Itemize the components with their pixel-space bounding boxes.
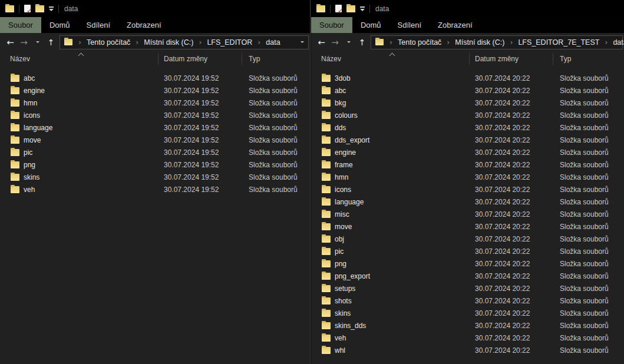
file-type: Složka souborů: [553, 247, 624, 256]
file-row[interactable]: engine 30.07.2024 20:22 Složka souborů: [311, 146, 624, 158]
back-icon[interactable]: ←: [315, 35, 328, 49]
file-row[interactable]: pic 30.07.2024 20:22 Složka souborů: [311, 245, 624, 257]
file-row[interactable]: pic 30.07.2024 19:52 Složka souborů: [0, 146, 310, 158]
breadcrumb-item[interactable]: data: [599, 38, 624, 47]
chevron-down-icon[interactable]: [301, 41, 304, 43]
breadcrumb-item[interactable]: LFS_EDITOR: [193, 38, 252, 47]
column-header-date[interactable]: Datum změny: [469, 55, 553, 63]
back-icon[interactable]: ←: [4, 35, 17, 49]
tab-soubor[interactable]: Soubor: [311, 17, 352, 33]
folder-icon: [11, 75, 19, 82]
file-row[interactable]: hmn 30.07.2024 19:52 Složka souborů: [0, 97, 310, 109]
folder-icon: [322, 223, 331, 230]
file-row[interactable]: png 30.07.2024 20:22 Složka souborů: [311, 257, 624, 270]
file-row[interactable]: png 30.07.2024 19:52 Složka souborů: [0, 158, 310, 171]
column-header-type[interactable]: Typ: [553, 55, 624, 63]
breadcrumb-item[interactable]: Místní disk (C:): [441, 38, 504, 47]
tab-domu[interactable]: Domů: [41, 17, 78, 33]
properties-check-icon[interactable]: [24, 5, 31, 12]
file-row[interactable]: dds 30.07.2024 20:22 Složka souborů: [311, 121, 624, 134]
file-date: 30.07.2024 20:22: [469, 124, 553, 132]
breadcrumb-item[interactable]: Tento počítač: [73, 38, 130, 47]
breadcrumb-item[interactable]: Tento počítač: [384, 38, 441, 47]
folder-icon: [322, 335, 331, 342]
file-row[interactable]: move 30.07.2024 19:52 Složka souborů: [0, 134, 310, 146]
file-row[interactable]: bkg 30.07.2024 20:22 Složka souborů: [311, 97, 624, 109]
file-row[interactable]: png_export 30.07.2024 20:22 Složka soubo…: [311, 270, 624, 282]
file-list[interactable]: abc 30.07.2024 19:52 Složka souborů engi…: [0, 67, 310, 196]
folder-icon: [5, 5, 14, 12]
column-headers: Název Datum změny Typ: [311, 51, 624, 67]
folder-icon: [322, 211, 331, 218]
file-row[interactable]: icons 30.07.2024 19:52 Složka souborů: [0, 109, 310, 121]
tab-sdileni[interactable]: Sdílení: [78, 17, 118, 33]
up-icon[interactable]: ↑: [355, 35, 369, 49]
file-name: skins: [335, 309, 351, 317]
file-row[interactable]: misc 30.07.2024 20:22 Složka souborů: [311, 208, 624, 220]
breadcrumb-item[interactable]: Místní disk (C:): [130, 38, 193, 47]
column-header-date[interactable]: Datum změny: [158, 55, 242, 63]
address-box[interactable]: Tento počítač Místní disk (C:) LFS_EDITO…: [60, 35, 309, 49]
breadcrumb-item[interactable]: LFS_EDITOR_7E_TEST: [504, 38, 599, 47]
file-row[interactable]: whl 30.07.2024 20:22 Složka souborů: [311, 344, 624, 356]
file-row[interactable]: abc 30.07.2024 20:22 Složka souborů: [311, 84, 624, 97]
file-row[interactable]: engine 30.07.2024 19:52 Složka souborů: [0, 84, 310, 97]
folder-icon: [322, 174, 331, 181]
breadcrumb-item[interactable]: data: [252, 38, 280, 47]
customize-quick-access-icon[interactable]: [360, 6, 365, 11]
tab-zobrazeni[interactable]: Zobrazení: [430, 17, 481, 33]
tab-domu[interactable]: Domů: [352, 17, 389, 33]
folder-icon: [11, 87, 19, 94]
file-row[interactable]: abc 30.07.2024 19:52 Složka souborů: [0, 72, 310, 84]
file-row[interactable]: language 30.07.2024 19:52 Složka souborů: [0, 121, 310, 134]
file-type: Složka souborů: [553, 334, 624, 342]
file-row[interactable]: skins 30.07.2024 20:22 Složka souborů: [311, 307, 624, 319]
folder-icon: [322, 347, 331, 354]
folder-icon[interactable]: [346, 5, 355, 12]
forward-icon[interactable]: →: [328, 35, 342, 49]
file-type: Složka souborů: [553, 198, 624, 206]
file-row[interactable]: move 30.07.2024 20:22 Složka souborů: [311, 220, 624, 233]
file-name: move: [335, 223, 352, 231]
file-row[interactable]: 3dob 30.07.2024 20:22 Složka souborů: [311, 72, 624, 84]
file-date: 30.07.2024 20:22: [469, 346, 553, 355]
file-type: Složka souborů: [242, 186, 310, 194]
recent-locations-chevron-icon[interactable]: [342, 35, 355, 49]
customize-quick-access-icon[interactable]: [49, 6, 54, 11]
forward-icon[interactable]: →: [17, 35, 31, 49]
file-row[interactable]: obj 30.07.2024 20:22 Složka souborů: [311, 233, 624, 245]
file-name: engine: [335, 148, 356, 157]
titlebar-divider: [330, 5, 331, 13]
column-header-type[interactable]: Typ: [242, 55, 310, 63]
file-date: 30.07.2024 19:52: [158, 74, 242, 82]
recent-locations-chevron-icon[interactable]: [31, 35, 44, 49]
file-date: 30.07.2024 20:22: [469, 223, 553, 231]
file-name: png_export: [335, 272, 370, 280]
file-list[interactable]: 3dob 30.07.2024 20:22 Složka souborů abc…: [311, 67, 624, 356]
file-row[interactable]: dds_export 30.07.2024 20:22 Složka soubo…: [311, 134, 624, 146]
file-row[interactable]: icons 30.07.2024 20:22 Složka souborů: [311, 183, 624, 196]
file-row[interactable]: colours 30.07.2024 20:22 Složka souborů: [311, 109, 624, 121]
folder-icon: [322, 198, 331, 206]
file-row[interactable]: setups 30.07.2024 20:22 Složka souborů: [311, 282, 624, 294]
file-row[interactable]: skins_dds 30.07.2024 20:22 Složka soubor…: [311, 319, 624, 332]
file-name: obj: [335, 235, 344, 243]
folder-icon: [11, 161, 19, 168]
properties-check-icon[interactable]: [335, 5, 342, 12]
file-row[interactable]: language 30.07.2024 20:22 Složka souborů: [311, 196, 624, 208]
tab-zobrazeni[interactable]: Zobrazení: [118, 17, 170, 33]
file-row[interactable]: hmn 30.07.2024 20:22 Složka souborů: [311, 171, 624, 183]
file-name: language: [335, 198, 364, 206]
file-row[interactable]: veh 30.07.2024 20:22 Složka souborů: [311, 332, 624, 344]
file-row[interactable]: shots 30.07.2024 20:22 Složka souborů: [311, 294, 624, 307]
file-date: 30.07.2024 19:52: [158, 111, 242, 120]
tab-soubor[interactable]: Soubor: [0, 17, 41, 33]
up-icon[interactable]: ↑: [44, 35, 58, 49]
tab-sdileni[interactable]: Sdílení: [389, 17, 430, 33]
file-type: Složka souborů: [553, 272, 624, 280]
file-row[interactable]: skins 30.07.2024 19:52 Složka souborů: [0, 171, 310, 183]
file-row[interactable]: frame 30.07.2024 20:22 Složka souborů: [311, 158, 624, 171]
folder-icon[interactable]: [35, 5, 44, 12]
address-box[interactable]: Tento počítač Místní disk (C:) LFS_EDITO…: [371, 35, 623, 49]
file-row[interactable]: veh 30.07.2024 19:52 Složka souborů: [0, 183, 310, 196]
